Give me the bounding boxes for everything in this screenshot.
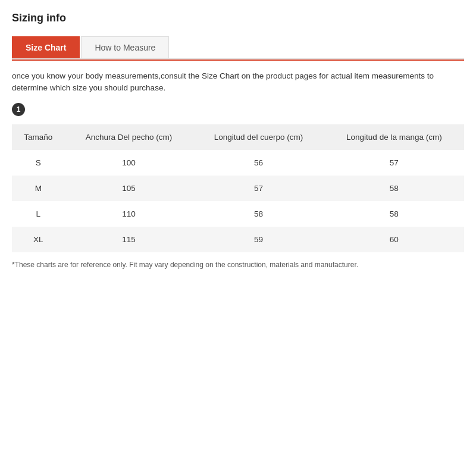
table-header-row: Tamaño Anchura Del pecho (cm) Longitud d… bbox=[12, 124, 464, 150]
table-row: M1055758 bbox=[12, 176, 464, 201]
table-cell-2-1: 110 bbox=[65, 201, 193, 227]
col-header-anchura: Anchura Del pecho (cm) bbox=[65, 124, 193, 150]
step-badge: 1 bbox=[12, 103, 25, 116]
table-row: XL1155960 bbox=[12, 227, 464, 252]
table-cell-3-0: XL bbox=[12, 227, 65, 252]
table-cell-1-2: 57 bbox=[193, 176, 324, 201]
table-cell-0-2: 56 bbox=[193, 150, 324, 176]
tabs-container: Size Chart How to Measure bbox=[12, 36, 464, 60]
table-cell-2-2: 58 bbox=[193, 201, 324, 227]
table-cell-0-3: 57 bbox=[324, 150, 464, 176]
table-cell-1-0: M bbox=[12, 176, 65, 201]
table-row: L1105858 bbox=[12, 201, 464, 227]
col-header-longitud-cuerpo: Longitud del cuerpo (cm) bbox=[193, 124, 324, 150]
table-cell-1-1: 105 bbox=[65, 176, 193, 201]
table-cell-2-0: L bbox=[12, 201, 65, 227]
table-cell-1-3: 58 bbox=[324, 176, 464, 201]
table-cell-3-2: 59 bbox=[193, 227, 324, 252]
table-row: S1005657 bbox=[12, 150, 464, 176]
table-cell-2-3: 58 bbox=[324, 201, 464, 227]
disclaimer-text: *These charts are for reference only. Fi… bbox=[12, 261, 464, 269]
table-cell-3-3: 60 bbox=[324, 227, 464, 252]
col-header-longitud-manga: Longitud de la manga (cm) bbox=[324, 124, 464, 150]
size-table: Tamaño Anchura Del pecho (cm) Longitud d… bbox=[12, 124, 464, 252]
page-title: Sizing info bbox=[12, 12, 464, 24]
table-cell-0-0: S bbox=[12, 150, 65, 176]
table-cell-0-1: 100 bbox=[65, 150, 193, 176]
description-text: once you know your body measurements,con… bbox=[12, 70, 464, 95]
table-cell-3-1: 115 bbox=[65, 227, 193, 252]
tab-underline bbox=[12, 60, 464, 61]
tab-how-to-measure[interactable]: How to Measure bbox=[81, 36, 169, 58]
tab-size-chart[interactable]: Size Chart bbox=[12, 36, 80, 58]
col-header-tamano: Tamaño bbox=[12, 124, 65, 150]
